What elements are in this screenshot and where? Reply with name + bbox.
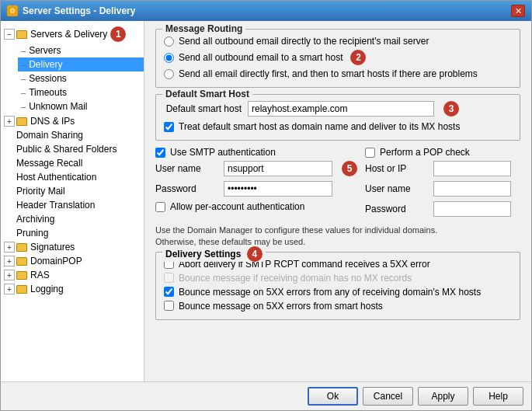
sidebar-item-host-auth[interactable]: Host Authentication: [1, 170, 144, 184]
radio-row-direct: Send all outbound email directly to the …: [164, 36, 512, 47]
radio-fallback[interactable]: [164, 69, 174, 79]
expand-domainpop[interactable]: [4, 256, 15, 266]
mx-hosts-label: Treat default smart host as domain name …: [179, 121, 460, 132]
expand-logging[interactable]: [4, 284, 15, 294]
pop-check-checkbox[interactable]: [365, 148, 375, 158]
username-right-input[interactable]: [433, 181, 511, 197]
sidebar-item-servers-delivery[interactable]: Servers & Delivery 1 – Servers – Deliver…: [1, 24, 144, 114]
password-right-label: Password: [365, 204, 427, 214]
expand-servers-delivery[interactable]: [4, 29, 15, 40]
sidebar-item-timeouts[interactable]: – Timeouts: [18, 85, 144, 99]
dash-icon: –: [21, 60, 26, 69]
folder-icon-dns-ips: [16, 117, 27, 126]
folder-icon-signatures: [16, 243, 27, 252]
smart-host-field-row: Default smart host 3: [164, 101, 512, 117]
password-right-input[interactable]: [433, 201, 511, 217]
password-right-field-row: Password: [365, 201, 520, 217]
sidebar-children-servers-delivery: – Servers – Delivery – Sessions – Timeou…: [1, 44, 144, 113]
title-bar: ⚙ Server Settings - Delivery ✕: [1, 1, 531, 21]
sidebar-label-servers: Servers: [29, 45, 61, 56]
expand-dns-ips[interactable]: [4, 116, 15, 127]
smtp-auth-col: Use SMTP authentication User name 5 Pass…: [155, 147, 357, 221]
main-panel: Message Routing Send all outbound email …: [144, 21, 531, 381]
bounce-no-mx-checkbox: [164, 273, 174, 283]
username-right-field-row: User name: [365, 181, 520, 197]
bottom-bar: Ok Cancel Apply Help: [1, 381, 531, 410]
username-input[interactable]: [224, 161, 332, 176]
sidebar-label-host-auth: Host Authentication: [16, 172, 96, 183]
sidebar-item-domainpop[interactable]: DomainPOP: [1, 254, 144, 268]
expand-ras[interactable]: [4, 270, 15, 280]
pop-check-col: Perform a POP check Host or IP User name…: [365, 147, 520, 221]
sidebar: Servers & Delivery 1 – Servers – Deliver…: [1, 21, 144, 381]
radio-smart-label: Send all outbound email to a smart host: [179, 52, 342, 63]
dash-icon: –: [21, 46, 26, 55]
sidebar-label-priority-mail: Priority Mail: [16, 186, 65, 197]
bounce-smart-row: Bounce message on 5XX errors from smart …: [164, 301, 512, 312]
sidebar-item-unknown-mail[interactable]: – Unknown Mail: [18, 99, 144, 113]
smart-host-input[interactable]: [248, 101, 434, 117]
sidebar-item-logging[interactable]: Logging: [1, 282, 144, 296]
main-window: ⚙ Server Settings - Delivery ✕ Servers &…: [0, 0, 532, 411]
username-field-row: User name 5: [155, 161, 357, 176]
expand-signatures[interactable]: [4, 242, 15, 253]
sidebar-item-sessions[interactable]: – Sessions: [18, 71, 144, 85]
per-account-checkbox-row: Allow per-account authentication: [155, 201, 357, 212]
per-account-checkbox[interactable]: [155, 202, 165, 212]
sidebar-label-domain-sharing: Domain Sharing: [16, 130, 83, 141]
sidebar-label-unknown-mail: Unknown Mail: [29, 101, 87, 112]
sidebar-item-public-shared[interactable]: Public & Shared Folders: [1, 142, 144, 156]
help-button[interactable]: Help: [473, 387, 523, 406]
bounce-mx-label: Bounce message on 5XX errors from any of…: [179, 287, 481, 298]
smtp-auth-checkbox[interactable]: [155, 148, 165, 158]
sidebar-label-ras: RAS: [30, 270, 50, 280]
sidebar-item-message-recall[interactable]: Message Recall: [1, 156, 144, 170]
badge-2: 2: [350, 50, 366, 65]
pop-check-checkbox-row: Perform a POP check: [365, 147, 520, 158]
radio-direct[interactable]: [164, 37, 174, 47]
host-ip-field-row: Host or IP: [365, 161, 520, 176]
smtp-auth-checkbox-row: Use SMTP authentication: [155, 147, 357, 158]
username-right-label: User name: [365, 183, 427, 194]
smart-host-field-label: Default smart host: [164, 103, 242, 114]
radio-direct-label: Send all outbound email directly to the …: [179, 36, 429, 47]
badge-3: 3: [443, 101, 459, 117]
radio-smart[interactable]: [164, 53, 174, 63]
apply-button[interactable]: Apply: [418, 387, 468, 406]
password-input[interactable]: [224, 181, 332, 197]
mx-hosts-checkbox[interactable]: [164, 122, 174, 132]
per-account-label: Allow per-account authentication: [170, 201, 304, 212]
close-button[interactable]: ✕: [511, 5, 525, 17]
sidebar-item-delivery[interactable]: – Delivery: [18, 57, 144, 71]
sidebar-label-pruning: Pruning: [16, 228, 48, 239]
sidebar-item-signatures[interactable]: Signatures: [1, 240, 144, 254]
bounce-smart-checkbox[interactable]: [164, 301, 174, 311]
sidebar-item-dns-ips[interactable]: DNS & IPs: [1, 114, 144, 128]
radio-row-smart: Send all outbound email to a smart host …: [164, 50, 512, 65]
radio-row-fallback: Send all email directly first, and then …: [164, 68, 512, 79]
sidebar-label-domainpop: DomainPOP: [30, 256, 82, 266]
cancel-button[interactable]: Cancel: [363, 387, 413, 406]
content-area: Servers & Delivery 1 – Servers – Deliver…: [1, 21, 531, 381]
dash-icon: –: [21, 102, 26, 111]
dash-icon: –: [21, 88, 26, 97]
sidebar-item-priority-mail[interactable]: Priority Mail: [1, 184, 144, 198]
sidebar-item-header-translation[interactable]: Header Translation: [1, 198, 144, 212]
badge-4: 4: [247, 246, 263, 262]
password-label: Password: [155, 183, 217, 194]
sidebar-item-pruning[interactable]: Pruning: [1, 226, 144, 240]
delivery-settings-group: Delivery Settings 4 Abort delivery if SM…: [155, 252, 520, 320]
host-ip-input[interactable]: [433, 161, 511, 176]
sidebar-label-dns-ips: DNS & IPs: [30, 116, 75, 127]
sidebar-item-servers[interactable]: – Servers: [18, 44, 144, 57]
bounce-mx-checkbox[interactable]: [164, 287, 174, 297]
sidebar-item-ras[interactable]: RAS: [1, 268, 144, 282]
delivery-settings-label: Delivery Settings 4: [162, 246, 266, 262]
folder-icon-domainpop: [16, 257, 27, 266]
sidebar-item-archiving[interactable]: Archiving: [1, 212, 144, 226]
ok-button[interactable]: Ok: [308, 387, 358, 406]
folder-icon-logging: [16, 285, 27, 294]
username-label: User name: [155, 163, 217, 174]
sidebar-label-logging: Logging: [30, 284, 64, 294]
sidebar-item-domain-sharing[interactable]: Domain Sharing: [1, 128, 144, 142]
